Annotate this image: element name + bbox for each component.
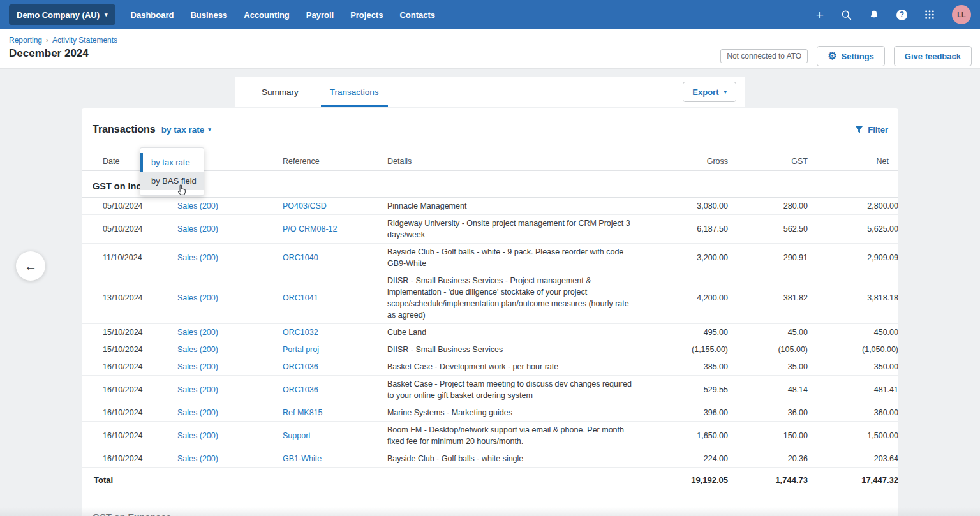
nav-item-business[interactable]: Business: [190, 10, 227, 20]
cell-date: 16/10/2024: [82, 422, 177, 450]
cell-reference: Support: [283, 422, 387, 450]
nav-item-projects[interactable]: Projects: [350, 10, 383, 20]
reference-link[interactable]: ORC1036: [283, 385, 318, 394]
cell-gst: 150.00: [728, 422, 808, 450]
breadcrumb: Reporting › Activity Statements: [9, 36, 117, 45]
tabs-card: Summary Transactions Export ▾: [235, 77, 745, 107]
hand-cursor-icon: [175, 184, 188, 196]
account-link[interactable]: Sales (200): [177, 431, 218, 440]
account-link[interactable]: Sales (200): [177, 328, 218, 337]
section-row: GST on Expenses: [82, 494, 898, 516]
account-link[interactable]: Sales (200): [177, 225, 218, 233]
apps-grid-icon[interactable]: [924, 10, 935, 20]
cell-net: 3,818.18: [808, 272, 898, 324]
account-link[interactable]: Sales (200): [177, 454, 218, 463]
cell-net: 5,625.00: [808, 215, 898, 244]
reference-link[interactable]: ORC1041: [283, 293, 318, 302]
cell-net: 360.00: [808, 404, 898, 422]
account-link[interactable]: Sales (200): [177, 362, 218, 371]
view-selector-button[interactable]: by tax rate ▾: [161, 125, 211, 135]
chevron-down-icon: ▾: [105, 11, 108, 18]
cell-account: Sales (200): [177, 215, 283, 244]
arrow-left-icon: ←: [24, 259, 37, 274]
reference-link[interactable]: Portal proj: [283, 345, 319, 354]
view-selector-label: by tax rate: [161, 125, 205, 135]
export-label: Export: [692, 87, 718, 97]
cell-reference: Portal proj: [283, 341, 387, 358]
cell-net: 350.00: [808, 358, 898, 376]
export-button[interactable]: Export ▾: [683, 82, 736, 102]
cell-account: Sales (200): [177, 244, 283, 272]
cell-gross: 224.00: [651, 450, 728, 468]
account-link[interactable]: Sales (200): [177, 253, 218, 262]
cell-gross: 3,080.00: [651, 198, 728, 215]
reference-link[interactable]: ORC1040: [283, 253, 318, 262]
cell-date: 16/10/2024: [82, 404, 177, 422]
dropdown-item-by-bas-field[interactable]: by BAS field: [140, 172, 204, 190]
cell-gst: 36.00: [728, 404, 808, 422]
transaction-row: 05/10/2024Sales (200)PO403/CSDPinnacle M…: [82, 198, 898, 215]
cell-net: 203.64: [808, 450, 898, 468]
nav-item-contacts[interactable]: Contacts: [399, 10, 435, 20]
cell-account: Sales (200): [177, 198, 283, 215]
cell-reference: PO403/CSD: [283, 198, 387, 215]
chevron-right-icon: ›: [46, 36, 48, 45]
total-net: 17,447.32: [808, 468, 898, 495]
transactions-table: DateReferenceDetailsGrossGSTNet GST on I…: [82, 152, 898, 516]
cell-date: 15/10/2024: [82, 324, 177, 341]
settings-button[interactable]: ⚙ Settings: [817, 46, 885, 66]
breadcrumb-activity-statements[interactable]: Activity Statements: [52, 36, 117, 45]
cell-gross: 4,200.00: [651, 272, 728, 324]
gear-icon: ⚙: [828, 51, 836, 61]
avatar[interactable]: LL: [952, 5, 971, 24]
cell-gross: 529.55: [651, 376, 728, 404]
column-header-gst: GST: [728, 152, 808, 171]
plus-icon[interactable]: +: [816, 8, 824, 22]
transaction-row: 15/10/2024Sales (200)ORC1032Cube Land495…: [82, 324, 898, 341]
dropdown-item-by-tax-rate[interactable]: by tax rate: [140, 153, 204, 172]
cell-gross: 396.00: [651, 404, 728, 422]
org-menu-button[interactable]: Demo Company (AU) ▾: [9, 4, 115, 25]
filter-button[interactable]: Filter: [855, 125, 888, 135]
breadcrumb-reporting[interactable]: Reporting: [9, 36, 42, 45]
give-feedback-button[interactable]: Give feedback: [894, 46, 972, 66]
nav-item-payroll[interactable]: Payroll: [306, 10, 334, 20]
cell-account: Sales (200): [177, 450, 283, 468]
cell-gst: 562.50: [728, 215, 808, 244]
account-link[interactable]: Sales (200): [177, 293, 218, 302]
account-link[interactable]: Sales (200): [177, 408, 218, 417]
cell-gst: 290.91: [728, 244, 808, 272]
reference-link[interactable]: ORC1032: [283, 328, 318, 337]
back-button[interactable]: ←: [16, 251, 45, 281]
cell-gst: 48.14: [728, 376, 808, 404]
column-header-gross: Gross: [651, 152, 728, 171]
cell-gross: 3,200.00: [651, 244, 728, 272]
transaction-row: 16/10/2024Sales (200)ORC1036Basket Case …: [82, 358, 898, 376]
cell-net: 450.00: [808, 324, 898, 341]
search-icon[interactable]: [841, 10, 852, 20]
reference-link[interactable]: P/O CRM08-12: [283, 225, 337, 233]
reference-link[interactable]: Support: [283, 431, 311, 440]
reference-link[interactable]: GB1-White: [283, 454, 322, 463]
cell-gross: (1,155.00): [651, 341, 728, 358]
nav-item-dashboard[interactable]: Dashboard: [131, 10, 174, 20]
help-icon[interactable]: ?: [896, 10, 907, 20]
section-row: GST on Income: [82, 171, 898, 198]
reference-link[interactable]: ORC1036: [283, 362, 318, 371]
tab-summary[interactable]: Summary: [260, 77, 300, 107]
cell-gross: 1,650.00: [651, 422, 728, 450]
reference-link[interactable]: Ref MK815: [283, 408, 323, 417]
account-link[interactable]: Sales (200): [177, 345, 218, 354]
reference-link[interactable]: PO403/CSD: [283, 202, 327, 210]
transaction-row: 16/10/2024Sales (200)Ref MK815Marine Sys…: [82, 404, 898, 422]
bell-icon[interactable]: [869, 10, 879, 20]
cell-account: Sales (200): [177, 404, 283, 422]
tab-transactions[interactable]: Transactions: [321, 77, 388, 107]
cell-account: Sales (200): [177, 422, 283, 450]
account-link[interactable]: Sales (200): [177, 385, 218, 394]
nav-item-accounting[interactable]: Accounting: [244, 10, 290, 20]
page-header: Reporting › Activity Statements December…: [0, 29, 980, 69]
transaction-row: 11/10/2024Sales (200)ORC1040Bayside Club…: [82, 244, 898, 272]
account-link[interactable]: Sales (200): [177, 202, 218, 210]
chevron-down-icon: ▾: [724, 89, 727, 95]
